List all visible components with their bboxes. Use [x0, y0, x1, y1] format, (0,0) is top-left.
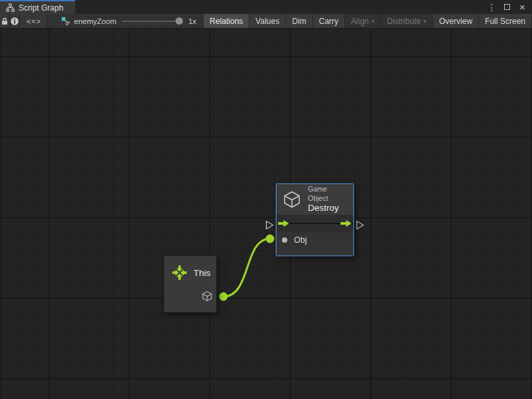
maximize-icon: [504, 4, 510, 10]
maximize-button[interactable]: [501, 1, 513, 13]
graph-toolbar: <×> enemy Zoom: [0, 14, 532, 29]
align-dropdown[interactable]: Align ▾: [345, 14, 381, 28]
titlebar: Script Graph ⋮ ×: [0, 0, 532, 14]
lock-icon: [0, 17, 9, 26]
window-controls: ⋮ ×: [486, 0, 532, 14]
control-input-triangle-icon[interactable]: [265, 220, 274, 230]
distribute-dropdown[interactable]: Distribute ▾: [381, 14, 433, 28]
angle-brackets-x-icon: <×>: [27, 17, 41, 25]
breadcrumb-graph[interactable]: enemy: [61, 17, 97, 26]
flow-out-arrow-icon[interactable]: [340, 219, 352, 227]
obj-input-port[interactable]: [282, 237, 287, 243]
breadcrumb-label: enemy: [74, 17, 97, 25]
this-node[interactable]: This: [164, 255, 217, 313]
connection-wire[interactable]: [0, 29, 532, 399]
relations-toggle[interactable]: Relations: [203, 14, 249, 28]
node-title: This: [194, 268, 211, 278]
destroy-node[interactable]: Game Object Destroy O: [276, 184, 354, 256]
wire-start-dot: [219, 293, 228, 301]
obj-port-label: Obj: [294, 235, 307, 245]
window-menu-button[interactable]: ⋮: [486, 1, 497, 13]
align-label: Align: [351, 17, 369, 26]
script-graph-asset-icon: [61, 17, 70, 26]
overview-button[interactable]: Overview: [433, 14, 479, 28]
zoom-control: Zoom 1x: [97, 17, 197, 25]
info-icon: [10, 17, 19, 26]
control-output-triangle-icon[interactable]: [356, 220, 364, 230]
close-button[interactable]: ×: [517, 1, 528, 13]
lock-button[interactable]: [0, 14, 10, 28]
carry-toggle[interactable]: Carry: [313, 14, 345, 28]
destroy-node-flow-row: [277, 215, 353, 232]
toolbar-strip: enemy Zoom 1x: [48, 14, 203, 28]
code-preview-button[interactable]: <×>: [20, 14, 48, 28]
distribute-label: Distribute: [387, 17, 421, 26]
tab-label: Script Graph: [19, 3, 63, 13]
destroy-node-obj-row: Obj: [277, 232, 353, 255]
graph-hierarchy-icon: [6, 3, 15, 12]
this-output-port-cube-icon[interactable]: [201, 291, 213, 302]
graph-canvas[interactable]: Game Object Destroy O: [0, 29, 532, 399]
zoom-value: 1x: [188, 17, 196, 25]
zoom-slider-handle[interactable]: [176, 17, 183, 25]
dim-toggle[interactable]: Dim: [286, 14, 313, 28]
zoom-slider[interactable]: [122, 17, 183, 25]
converge-arrows-icon: [170, 263, 189, 282]
info-button[interactable]: [10, 14, 20, 28]
node-title: Destroy: [308, 203, 348, 214]
chevron-down-icon: ▾: [424, 18, 427, 25]
script-graph-window: Script Graph ⋮ ×: [0, 0, 532, 399]
tab-script-graph[interactable]: Script Graph: [0, 0, 75, 14]
toolbar-buttons: Relations Values Dim Carry Align ▾ Distr…: [203, 14, 532, 28]
cube-icon: [282, 190, 302, 209]
flow-in-arrow-icon[interactable]: [278, 219, 289, 227]
zoom-label: Zoom: [97, 17, 116, 25]
this-node-header: This: [164, 256, 216, 282]
wire-end-dot: [266, 235, 275, 243]
full-screen-button[interactable]: Full Screen: [479, 14, 532, 28]
values-toggle[interactable]: Values: [249, 14, 286, 28]
destroy-node-titles: Game Object Destroy: [308, 185, 348, 213]
chevron-down-icon: ▾: [372, 18, 375, 25]
node-category: Game Object: [308, 185, 348, 202]
zoom-slider-track[interactable]: [122, 21, 183, 22]
destroy-node-header: Game Object Destroy: [277, 184, 353, 215]
